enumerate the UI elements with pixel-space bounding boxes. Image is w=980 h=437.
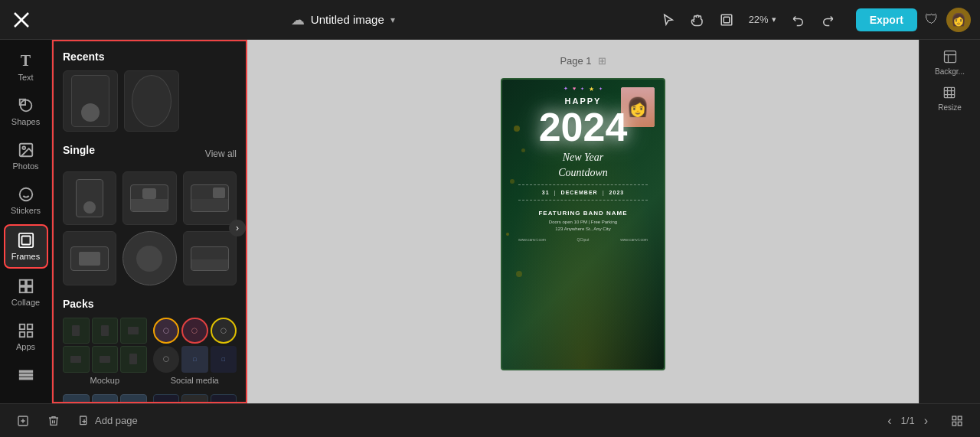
single-frame-4[interactable] [63, 231, 116, 285]
app-logo[interactable] [9, 8, 34, 32]
prev-page-button[interactable]: ‹ [884, 411, 894, 431]
svg-rect-19 [19, 332, 24, 337]
add-page-button[interactable]: Add page [74, 412, 142, 430]
topbar-tools: 22% ▾ [658, 10, 838, 30]
single-frame-6[interactable] [183, 231, 237, 285]
save-to-cloud-button[interactable] [12, 412, 34, 430]
dark-frames-pack-grid: □ □ □ □ □ □ [153, 394, 237, 403]
canvas-area: Page 1 ⊞ ✦ ♥ ✦ ★ [247, 40, 919, 403]
sidebar-item-stickers[interactable]: Stickers [4, 180, 48, 221]
pack-mockup[interactable]: Mockup [63, 318, 147, 385]
social-thumb-6: □ [211, 346, 237, 373]
hand-tool-button[interactable] [688, 10, 707, 30]
svg-rect-31 [958, 422, 962, 426]
svg-point-7 [22, 146, 25, 149]
social-thumb-5: □ [181, 346, 208, 373]
export-button[interactable]: Export [856, 8, 917, 31]
single-frames-grid: › [63, 171, 237, 285]
page-label: Page 1 ⊞ [560, 55, 606, 67]
svg-rect-28 [952, 416, 956, 420]
svg-rect-30 [952, 422, 956, 426]
document-title[interactable]: Untitled image [311, 13, 384, 26]
frames-panel: Recents Single View all [52, 40, 247, 403]
cloud-save-icon: ☁ [291, 11, 305, 28]
select-tool-button[interactable] [658, 10, 678, 30]
bottom-packs-row: ☁ ☁ ☁ ☁ ☁ ☁ □ □ □ □ □ □ [63, 391, 237, 403]
sidebar-item-photos[interactable]: Photos [4, 135, 48, 177]
view-all-button[interactable]: View all [205, 148, 237, 159]
canvas-content: ✦ ♥ ✦ ★ ✦ 👩 HAPPY 2024 New Year Countdow… [501, 78, 665, 370]
mockup-thumb-3 [120, 318, 147, 344]
svg-rect-14 [26, 280, 31, 285]
dark-thumb-1: □ [153, 394, 180, 403]
design-card[interactable]: ✦ ♥ ✦ ★ ✦ 👩 HAPPY 2024 New Year Countdow… [501, 78, 665, 370]
svg-rect-17 [19, 324, 24, 329]
cloud-thumb-1: ☁ [63, 394, 90, 403]
mockup-pack-grid [63, 318, 147, 373]
sidebar-item-text[interactable]: T Text [4, 46, 48, 88]
single-frame-2[interactable] [122, 171, 176, 225]
svg-point-8 [19, 188, 32, 201]
card-date: 31 | DECEMBER | 2023 [542, 190, 624, 195]
background-panel-item[interactable]: Backgr... [935, 49, 965, 76]
card-info: Doors open 10 PM | Free Parking 123 Anyw… [549, 219, 617, 233]
dark-thumb-2: □ [181, 394, 208, 403]
delete-button[interactable] [43, 412, 64, 430]
svg-rect-3 [724, 17, 730, 23]
svg-rect-23 [19, 378, 32, 380]
single-section-title: Single [63, 144, 95, 156]
mockup-pack-label: Mockup [63, 376, 147, 385]
packs-section-title: Packs [63, 298, 237, 310]
clouds-pack-grid: ☁ ☁ ☁ ☁ ☁ ☁ [63, 394, 147, 403]
svg-rect-16 [26, 287, 31, 292]
svg-rect-13 [19, 280, 24, 285]
single-frame-3[interactable] [183, 171, 237, 225]
svg-rect-25 [945, 87, 955, 97]
social-thumb-1: ◯ [153, 318, 180, 344]
next-page-button[interactable]: › [921, 411, 931, 431]
redo-button[interactable] [818, 10, 838, 30]
grid-view-button[interactable] [946, 412, 968, 430]
single-frame-oval[interactable] [122, 231, 176, 285]
social-pack-grid: ◯ ◯ ◯ ◯ □ □ [153, 318, 237, 373]
single-frames-next-button[interactable]: › [229, 220, 246, 236]
sidebar-item-shapes[interactable]: Shapes [4, 91, 48, 132]
sidebar-item-frames[interactable]: Frames [4, 224, 48, 269]
single-section-header: Single View all [63, 144, 237, 164]
sidebar-item-collage[interactable]: Collage [4, 272, 48, 313]
cloud-thumb-2: ☁ [92, 394, 119, 403]
card-subtitle: New Year Countdown [558, 150, 608, 180]
svg-rect-2 [721, 15, 732, 25]
svg-rect-29 [958, 416, 962, 420]
zoom-control[interactable]: 22% ▾ [746, 11, 779, 28]
sidebar-item-more[interactable] [4, 360, 48, 390]
pack-social-media[interactable]: ◯ ◯ ◯ ◯ □ □ Social media [153, 318, 237, 385]
frame-tool-button[interactable] [717, 10, 737, 30]
resize-panel-item[interactable]: Resize [938, 85, 962, 112]
shield-icon: 🛡 [925, 11, 939, 28]
recent-frame-oval[interactable] [124, 70, 179, 132]
sidebar-item-apps[interactable]: Apps [4, 316, 48, 357]
mockup-thumb-6 [120, 346, 147, 373]
social-media-pack-label: Social media [153, 376, 237, 385]
title-dropdown-icon[interactable]: ▾ [390, 15, 395, 25]
single-frame-1[interactable] [63, 171, 116, 225]
undo-button[interactable] [789, 10, 808, 30]
pack-clouds[interactable]: ☁ ☁ ☁ ☁ ☁ ☁ [63, 394, 147, 403]
svg-rect-15 [19, 287, 24, 292]
topbar: ☁ Untitled image ▾ 22% ▾ [0, 0, 980, 40]
recents-section-title: Recents [63, 51, 237, 63]
page-settings-icon[interactable]: ⊞ [598, 55, 606, 67]
recent-frame-portrait[interactable] [63, 70, 118, 132]
mockup-thumb-2 [92, 318, 119, 344]
card-divider-bottom [518, 200, 648, 201]
mockup-thumb-1 [63, 318, 90, 344]
dark-thumb-3: □ [211, 394, 237, 403]
main-area: T Text Shapes Photos St [0, 40, 980, 403]
user-avatar[interactable]: 👩 [946, 8, 971, 32]
pack-dark-frames[interactable]: □ □ □ □ □ □ [153, 394, 237, 403]
recents-grid [63, 70, 237, 132]
left-icon-sidebar: T Text Shapes Photos St [0, 40, 52, 403]
svg-rect-21 [19, 374, 32, 376]
social-thumb-3: ◯ [211, 318, 237, 344]
